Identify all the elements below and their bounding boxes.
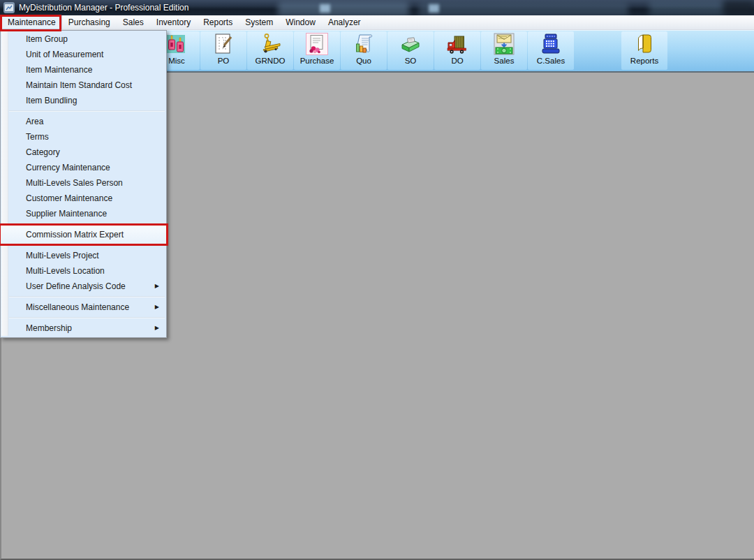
menu-separator (1, 108, 166, 114)
toolbar-button-label: C.Sales (537, 57, 565, 65)
menu-item-label: Currency Maintenance (26, 163, 162, 172)
toolbar-button-purchase[interactable]: Purchase (294, 31, 340, 70)
menu-item-label: Multi-Levels Location (26, 266, 162, 276)
toolbar-button-c-sales[interactable]: C.Sales (528, 31, 574, 70)
csales-icon (540, 33, 562, 55)
background-tab-blur (429, 4, 439, 13)
toolbar-button-label: Misc (168, 57, 185, 65)
menu-item-multi-levels-location[interactable]: Multi-Levels Location (1, 263, 166, 279)
menubar-item-sales[interactable]: Sales (117, 15, 150, 29)
toolbar-button-label: DO (451, 57, 463, 65)
misc-icon (165, 33, 188, 55)
menubar-item-analyzer[interactable]: Analyzer (322, 15, 367, 29)
menu-item-label: Terms (26, 132, 162, 142)
menu-item-label: Item Group (26, 34, 162, 44)
do-icon (446, 33, 468, 55)
toolbar-button-label: Quo (356, 57, 371, 65)
menu-item-maintain-item-standard-cost[interactable]: Maintain Item Standard Cost (1, 78, 166, 93)
menu-item-label: Category (26, 147, 162, 157)
menu-item-label: Multi-Levels Project (26, 251, 162, 260)
reports-icon (633, 33, 656, 55)
background-tab-blur (723, 0, 754, 15)
menu-item-user-define-analysis-code[interactable]: User Define Analysis Code▶ (1, 279, 166, 294)
submenu-arrow-icon: ▶ (155, 325, 159, 331)
toolbar-button-label: Sales (494, 57, 515, 65)
menu-item-item-maintenance[interactable]: Item Maintenance (1, 62, 166, 78)
menubar-item-system[interactable]: System (239, 15, 279, 29)
menu-item-multi-levels-project[interactable]: Multi-Levels Project (1, 248, 166, 263)
menubar-item-reports[interactable]: Reports (197, 15, 239, 29)
application-window: MyDistribution Manager - Professional Ed… (0, 0, 754, 560)
menu-item-miscellaneous-maintenance[interactable]: Miscellaneous Maintenance▶ (1, 300, 166, 315)
quo-icon (353, 33, 375, 55)
background-tab-blur (320, 4, 330, 13)
menu-item-multi-levels-sales-person[interactable]: Multi-Levels Sales Person (1, 175, 166, 191)
menu-item-supplier-maintenance[interactable]: Supplier Maintenance (1, 206, 166, 221)
toolbar-button-quo[interactable]: Quo (341, 31, 387, 70)
menubar-item-purchasing[interactable]: Purchasing (62, 15, 117, 29)
menubar-item-window[interactable]: Window (279, 15, 322, 29)
menu-item-customer-maintenance[interactable]: Customer Maintenance (1, 191, 166, 206)
menu-item-item-group[interactable]: Item Group (1, 31, 166, 47)
menu-item-label: Multi-Levels Sales Person (26, 178, 162, 188)
grndo-icon (259, 33, 281, 55)
submenu-arrow-icon: ▶ (155, 304, 159, 310)
menu-item-label: Item Bundling (26, 96, 162, 105)
titlebar: MyDistribution Manager - Professional Ed… (0, 0, 754, 15)
menu-item-unit-of-measurement[interactable]: Unit of Measurement (1, 47, 166, 62)
toolbar-button-label: PO (218, 57, 230, 65)
background-tab-blur (649, 1, 726, 15)
menu-item-terms[interactable]: Terms (1, 129, 166, 145)
purchase-icon (306, 33, 328, 55)
menu-item-commission-matrix-expert[interactable]: Commission Matrix Expert (1, 226, 166, 244)
menu-item-label: Unit of Measurement (26, 50, 162, 59)
po-icon (212, 33, 235, 55)
menu-item-label: Customer Maintenance (26, 193, 162, 203)
menu-item-label: Maintain Item Standard Cost (26, 80, 162, 90)
toolbar-button-label: Purchase (300, 57, 334, 65)
menu-item-label: Item Maintenance (26, 65, 162, 75)
menu-item-label: Miscellaneous Maintenance (26, 302, 155, 312)
toolbar-button-grndo[interactable]: GRNDO (247, 31, 293, 70)
app-icon (3, 2, 15, 13)
window-title: MyDistribution Manager - Professional Ed… (19, 0, 188, 15)
toolbar-button-do[interactable]: DO (434, 31, 480, 70)
menu-item-label: Supplier Maintenance (26, 209, 162, 219)
background-tab-blur (419, 2, 628, 15)
so-icon (399, 33, 422, 55)
menubar-item-inventory[interactable]: Inventory (150, 15, 197, 29)
background-tab-blur (278, 2, 409, 15)
menu-item-label: Commission Matrix Expert (26, 230, 162, 240)
toolbar-button-label: Reports (630, 57, 658, 65)
toolbar-button-po[interactable]: PO (200, 31, 246, 70)
menu-item-label: User Define Analysis Code (26, 281, 155, 291)
toolbar-button-label: SO (405, 57, 417, 65)
submenu-arrow-icon: ▶ (155, 283, 159, 289)
toolbar-button-reports[interactable]: Reports (621, 31, 667, 70)
maintenance-menu: Item GroupUnit of MeasurementItem Mainte… (0, 30, 167, 338)
sales-icon (493, 33, 515, 55)
toolbar-button-sales[interactable]: Sales (481, 31, 527, 70)
menu-separator (1, 294, 166, 300)
menu-item-currency-maintenance[interactable]: Currency Maintenance (1, 160, 166, 175)
menu-item-area[interactable]: Area (1, 114, 166, 129)
menubar: MaintenancePurchasingSalesInventoryRepor… (0, 15, 754, 30)
menu-item-label: Area (26, 117, 162, 126)
menu-item-membership[interactable]: Membership▶ (1, 320, 166, 336)
menu-item-item-bundling[interactable]: Item Bundling (1, 93, 166, 108)
menu-item-label: Membership (26, 323, 155, 333)
menu-separator (1, 315, 166, 320)
menu-item-category[interactable]: Category (1, 145, 166, 160)
toolbar-button-label: GRNDO (256, 57, 286, 65)
menubar-item-maintenance[interactable]: Maintenance (1, 15, 62, 29)
toolbar-button-so[interactable]: SO (387, 31, 434, 70)
